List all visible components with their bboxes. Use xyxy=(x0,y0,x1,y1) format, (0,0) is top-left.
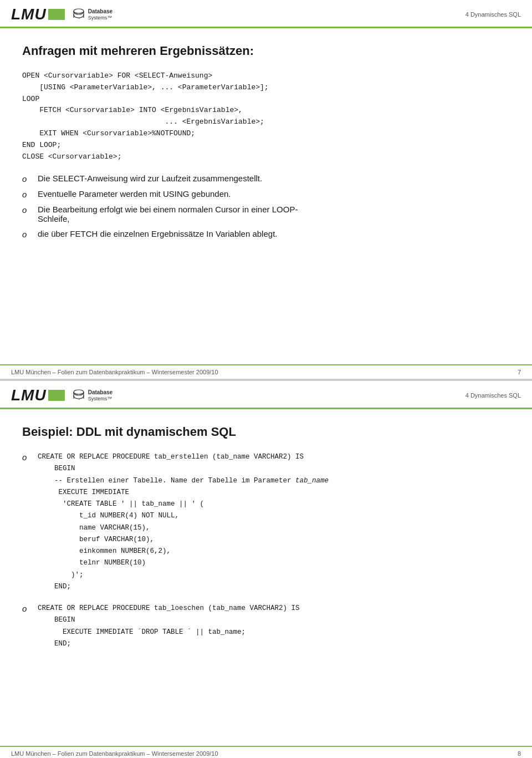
slide-1-content: Anfragen mit mehreren Ergebnissätzen: OP… xyxy=(0,28,532,256)
slide2-bullet-2: o CREATE OR REPLACE PROCEDURE tab_loesch… xyxy=(22,603,510,650)
bullet-item-3: o Die Bearbeitung erfolgt wie bei einem … xyxy=(22,205,510,223)
slide-1-footer: LMU München – Folien zum Datenbankprakti… xyxy=(0,364,532,379)
slide-2-footer: LMU München – Folien zum Datenbankprakti… xyxy=(0,746,532,758)
slide-1-code: OPEN <Cursorvariable> FOR <SELECT-Anweis… xyxy=(22,70,510,162)
logo-area-2: LMU ™ Database Systems™ xyxy=(11,386,112,404)
italic-tabname: tab_name xyxy=(295,477,329,485)
bullet-item-2: o Eventuelle Parameter werden mit USING … xyxy=(22,189,510,199)
bullet-text-1: Die SELECT-Anweisung wird zur Laufzeit z… xyxy=(38,174,262,183)
logo-area-1: LMU ™ Database Systems™ xyxy=(11,6,112,23)
bullet-marker-4: o xyxy=(22,230,30,239)
footer-text-2: LMU München – Folien zum Datenbankprakti… xyxy=(11,750,218,757)
bullet-text-3: Die Bearbeitung erfolgt wie bei einem no… xyxy=(38,205,298,223)
bullet-marker-2: o xyxy=(22,190,30,199)
db-icon-2: ™ xyxy=(73,389,85,401)
footer-page-2: 8 xyxy=(518,750,521,757)
bullet-marker-3: o xyxy=(22,205,30,215)
slide-1-bullets: o Die SELECT-Anweisung wird zur Laufzeit… xyxy=(22,174,510,239)
slide-2-content: Beispiel: DDL mit dynamischem SQL o CREA… xyxy=(0,409,532,693)
lmu-text-2: LMU xyxy=(11,386,47,404)
page: LMU ™ Database Systems™ xyxy=(0,0,532,758)
slide2-code-1: CREATE OR REPLACE PROCEDURE tab_erstelle… xyxy=(38,451,329,593)
db-icon-1: ™ xyxy=(73,8,85,21)
bullet-item-4: o die über FETCH die einzelnen Ergebniss… xyxy=(22,229,510,239)
lmu-logo-1: LMU xyxy=(11,6,65,23)
footer-page-1: 7 xyxy=(518,369,521,375)
slide2-code-2: CREATE OR REPLACE PROCEDURE tab_loeschen… xyxy=(38,603,300,650)
bullet-item-1: o Die SELECT-Anweisung wird zur Laufzeit… xyxy=(22,174,510,184)
slide-2-header: LMU ™ Database Systems™ xyxy=(0,381,532,409)
bullet-text-4: die über FETCH die einzelnen Ergebnissät… xyxy=(38,229,277,238)
slide-1-topic: 4 Dynamisches SQL xyxy=(466,11,521,18)
lmu-text-1: LMU xyxy=(11,6,47,23)
lmu-bar-1 xyxy=(48,9,65,20)
slide-2: LMU ™ Database Systems™ xyxy=(0,381,532,758)
slide-1-title: Anfragen mit mehreren Ergebnissätzen: xyxy=(22,44,510,58)
lmu-logo-2: LMU xyxy=(11,386,65,404)
lmu-bar-2 xyxy=(48,390,65,401)
svg-text:™: ™ xyxy=(78,398,80,401)
db-logo-text-2: Database Systems™ xyxy=(88,389,112,402)
svg-point-0 xyxy=(74,9,84,13)
slide-2-title: Beispiel: DDL mit dynamischem SQL xyxy=(22,425,510,439)
slide2-bullet-1: o CREATE OR REPLACE PROCEDURE tab_erstel… xyxy=(22,451,510,593)
slide-1-header: LMU ™ Database Systems™ xyxy=(0,0,532,28)
slide-2-topic: 4 Dynamisches SQL xyxy=(466,392,521,399)
slide-1: LMU ™ Database Systems™ xyxy=(0,0,532,379)
db-systems-logo-1: ™ Database Systems™ xyxy=(73,8,112,21)
db-logo-text-1: Database Systems™ xyxy=(88,8,112,21)
slide2-bullet-marker-2: o xyxy=(22,604,30,613)
footer-text-1: LMU München – Folien zum Datenbankprakti… xyxy=(11,369,218,375)
svg-text:™: ™ xyxy=(78,17,80,20)
db-systems-logo-2: ™ Database Systems™ xyxy=(73,389,112,402)
bullet-text-2: Eventuelle Parameter werden mit USING ge… xyxy=(38,189,231,199)
svg-point-4 xyxy=(74,390,84,394)
bullet-marker-1: o xyxy=(22,174,30,184)
slide2-bullet-marker-1: o xyxy=(22,452,30,462)
